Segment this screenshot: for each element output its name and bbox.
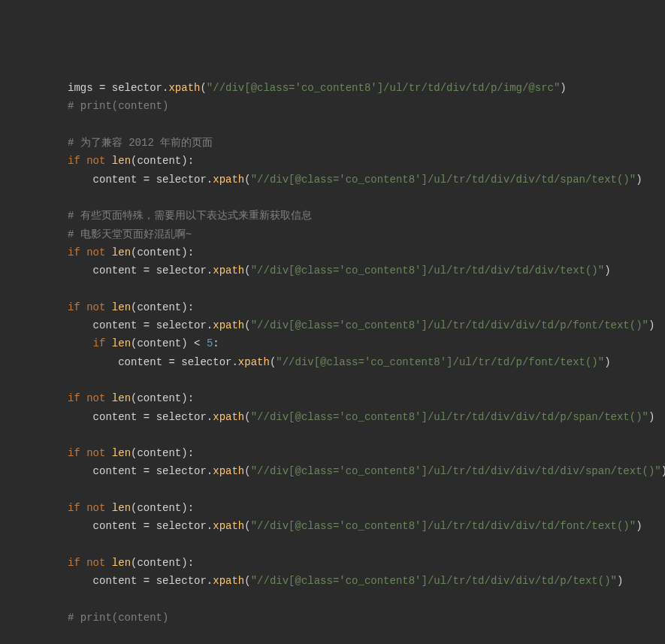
code-line: if not len(content): (68, 444, 665, 462)
code-line (68, 116, 665, 134)
code-line: content = selector.xpath("//div[@class='… (68, 408, 665, 426)
code-line: # print(content) (68, 97, 665, 115)
code-line: content = selector.xpath("//div[@class='… (68, 517, 665, 535)
code-line (68, 426, 665, 444)
code-line: content = selector.xpath("//div[@class='… (68, 262, 665, 280)
code-line: imgs = selector.xpath("//div[@class='co_… (68, 79, 665, 97)
code-line (68, 280, 665, 298)
code-line: if len(content) < 5: (68, 334, 665, 352)
code-line: if not len(content): (68, 554, 665, 572)
code-line: content = selector.xpath("//div[@class='… (68, 572, 665, 590)
code-line (68, 189, 665, 207)
code-line (68, 481, 665, 499)
code-line: if not len(content): (68, 499, 665, 517)
code-line: content = selector.xpath("//div[@class='… (68, 462, 665, 480)
code-line (68, 591, 665, 609)
code-line: content = selector.xpath("//div[@class='… (68, 171, 665, 189)
code-line (68, 627, 665, 644)
code-line: if not len(content): (68, 243, 665, 262)
code-line: # 为了兼容 2012 年前的页面 (68, 134, 665, 152)
code-line: # 电影天堂页面好混乱啊~ (68, 225, 665, 243)
code-line (68, 536, 665, 554)
code-editor: imgs = selector.xpath("//div[@class='co_… (68, 79, 665, 644)
code-line: if not len(content): (68, 298, 665, 316)
code-line: # 有些页面特殊，需要用以下表达式来重新获取信息 (68, 207, 665, 225)
code-line: if not len(content): (68, 152, 665, 170)
code-line: content = selector.xpath("//div[@class='… (68, 316, 665, 334)
code-line: content = selector.xpath("//div[@class='… (68, 353, 665, 371)
code-line: # print(content) (68, 609, 665, 627)
code-line (68, 371, 665, 389)
code-line: if not len(content): (68, 389, 665, 407)
